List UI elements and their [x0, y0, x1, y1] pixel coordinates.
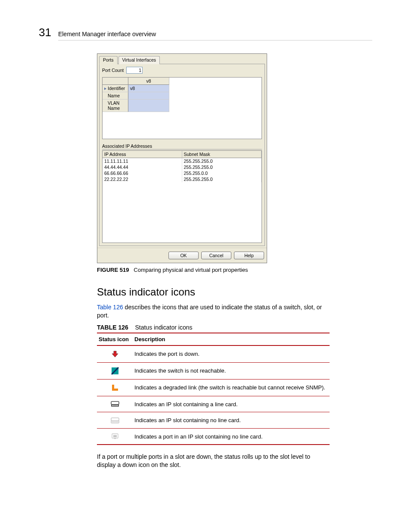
- ok-button[interactable]: OK: [168, 252, 199, 259]
- svg-rect-3: [112, 389, 118, 391]
- mask-cell[interactable]: 255.255.255.0: [182, 176, 262, 182]
- port-grid: v8 Identifier v8 Name VLAN Name: [102, 77, 262, 139]
- row-label-identifier: Identifier: [108, 86, 125, 91]
- desc-cell: Indicates the port is down.: [133, 345, 330, 363]
- svg-rect-7: [115, 405, 115, 406]
- down-arrow-icon: [111, 350, 119, 358]
- cancel-button[interactable]: Cancel: [201, 252, 231, 259]
- associated-ip-title: Associated IP Addresses: [102, 143, 262, 149]
- table-link[interactable]: Table 126: [97, 304, 123, 311]
- help-button[interactable]: Help: [234, 252, 264, 259]
- slot-line-card-icon: [111, 401, 119, 408]
- mask-cell[interactable]: 255.255.0.0: [182, 170, 262, 176]
- outro-text: If a port or multiple ports in a slot ar…: [97, 453, 330, 469]
- mask-cell[interactable]: 255.255.255.0: [182, 164, 262, 170]
- svg-rect-5: [112, 405, 113, 406]
- port-grid-head-col: v8: [128, 78, 169, 85]
- figure-caption: Comparing physical and virtual port prop…: [134, 267, 248, 273]
- desc-cell: Indicates a port in an IP slot containin…: [133, 428, 330, 445]
- svg-rect-6: [113, 405, 114, 406]
- svg-rect-18: [114, 438, 116, 439]
- port-count-label: Port Count: [102, 68, 124, 73]
- table-label: TABLE 126: [97, 324, 128, 331]
- svg-rect-9: [117, 405, 118, 406]
- ip-grid-head-mask[interactable]: Subnet Mask: [182, 151, 262, 158]
- svg-rect-17: [113, 435, 117, 437]
- row-label-name: Name: [103, 92, 128, 100]
- port-no-line-card-icon: [111, 433, 119, 440]
- tab-ports[interactable]: Ports: [99, 56, 118, 64]
- intro-text: describes the icons that are used to ind…: [97, 304, 322, 319]
- figure-label: FIGURE 519: [97, 267, 129, 273]
- row-label-vlan: VLAN Name: [103, 100, 128, 112]
- row-val-identifier[interactable]: v8: [128, 85, 169, 92]
- degraded-link-icon: [111, 384, 119, 392]
- expand-icon[interactable]: [104, 87, 106, 90]
- port-count-input[interactable]: [126, 67, 143, 74]
- ip-cell[interactable]: 66.66.66.66: [103, 170, 182, 176]
- th-status-icon: Status icon: [97, 333, 133, 345]
- ip-cell[interactable]: 44.44.44.44: [103, 164, 182, 170]
- th-description: Description: [133, 333, 330, 345]
- chapter-number: 31: [39, 26, 51, 39]
- desc-cell: Indicates an IP slot containing no line …: [133, 412, 330, 429]
- row-val-vlan[interactable]: [128, 100, 169, 112]
- ip-grid-head-ip[interactable]: IP Address: [103, 151, 182, 158]
- running-head: Element Manager interface overview: [58, 31, 372, 40]
- status-icon-table: Status icon Description Indicates the po…: [97, 333, 330, 445]
- table-caption: Status indicator icons: [135, 324, 192, 331]
- ip-grid: IP Address Subnet Mask 11.11.11.11 255.2…: [102, 150, 262, 243]
- svg-rect-8: [116, 405, 117, 406]
- ip-cell[interactable]: 22.22.22.22: [103, 176, 182, 182]
- section-heading: Status indicator icons: [97, 286, 330, 298]
- slot-no-line-card-icon: [111, 417, 119, 424]
- desc-cell: Indicates the switch is not reachable.: [133, 362, 330, 379]
- dialog-screenshot: Ports Virtual Interfaces Port Count v8: [97, 53, 267, 263]
- tab-virtual-interfaces[interactable]: Virtual Interfaces: [118, 56, 160, 64]
- mask-cell[interactable]: 255.255.255.0: [182, 158, 262, 164]
- desc-cell: Indicates a degraded link (the switch is…: [133, 379, 330, 396]
- desc-cell: Indicates an IP slot containing a line c…: [133, 396, 330, 412]
- unreachable-icon: [111, 367, 119, 375]
- ip-cell[interactable]: 11.11.11.11: [103, 158, 182, 164]
- row-val-name[interactable]: [128, 92, 169, 100]
